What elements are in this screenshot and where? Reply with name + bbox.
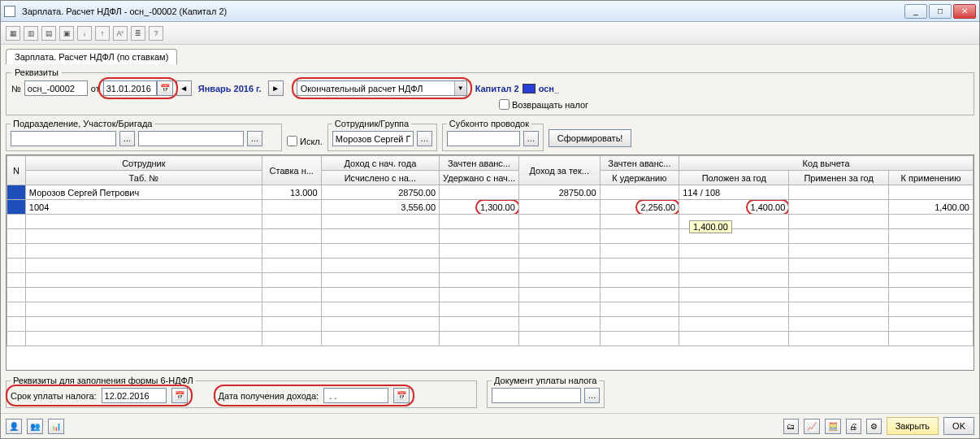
table-row[interactable]: Морозов Сергей Петрович 13.000 28750.00 … <box>7 185 973 200</box>
toolbar-btn-8[interactable]: ≣ <box>131 26 145 41</box>
bottom-icon-7[interactable]: 🖨 <box>846 419 861 434</box>
table-row[interactable] <box>7 317 973 332</box>
cell-dohod-tek[interactable]: 28750.00 <box>518 185 600 200</box>
tab-main[interactable]: Зарплата. Расчет НДФЛ (по ставкам) <box>6 49 177 64</box>
minimize-button[interactable]: _ <box>904 4 927 19</box>
cell-sotrudnik[interactable]: Морозов Сергей Петрович <box>25 185 262 200</box>
uchastok-pick-icon[interactable]: … <box>247 131 262 146</box>
cell-uderzhano[interactable]: 1,300.00 <box>440 200 519 215</box>
cell-kuderzh[interactable]: 2,256.00 <box>600 200 679 215</box>
bottom-icon-4[interactable]: 🗂 <box>783 419 799 434</box>
toolbar-btn-6[interactable]: ↑ <box>95 26 110 41</box>
cell-empty[interactable] <box>518 200 600 215</box>
sotrudnik-fieldset: Сотрудник/Группа … <box>327 119 437 151</box>
bottom-icon-1[interactable]: 👤 <box>6 419 22 434</box>
toolbar-btn-2[interactable]: ▥ <box>24 26 38 41</box>
table-row[interactable] <box>7 302 973 317</box>
build-button[interactable]: Сформировать! <box>549 129 632 147</box>
calc-type-input[interactable] <box>297 81 454 95</box>
number-input[interactable] <box>24 80 88 96</box>
return-tax-check[interactable] <box>499 99 510 110</box>
subkonto-input[interactable] <box>447 131 520 146</box>
podrazdelenie-input[interactable] <box>11 131 116 146</box>
toolbar-btn-4[interactable]: ▣ <box>59 26 74 41</box>
row-select[interactable] <box>7 185 26 200</box>
toolbar-btn-1[interactable]: ▦ <box>6 26 20 41</box>
table-row[interactable] <box>7 244 973 259</box>
return-tax-checkbox[interactable]: Возвращать налог <box>499 99 588 110</box>
col-tabno[interactable]: Таб. № <box>25 171 262 185</box>
col-dohod-tek[interactable]: Доход за тек... <box>518 156 600 185</box>
table-row[interactable] <box>7 215 973 229</box>
table-row[interactable] <box>7 288 973 302</box>
col-n[interactable]: N <box>7 156 26 185</box>
row-select[interactable] <box>7 200 26 215</box>
col-polozhen[interactable]: Положен за год <box>679 171 789 185</box>
bottom-icon-8[interactable]: ⚙ <box>866 419 882 434</box>
cell-polozhen[interactable]: 1,400.00 <box>679 200 789 215</box>
col-ischisleno[interactable]: Исчислено с на... <box>321 171 440 185</box>
date-picker-icon[interactable]: 📅 <box>157 80 173 96</box>
cell-stavka[interactable]: 13.000 <box>262 185 321 200</box>
date-input[interactable] <box>103 80 157 96</box>
col-zachten2[interactable]: Зачтен аванс... <box>600 156 679 171</box>
toolbar-btn-7[interactable]: Aˢ <box>113 26 128 41</box>
bottom-icon-6[interactable]: 🧮 <box>825 419 841 434</box>
doc-tax-pick-icon[interactable]: … <box>584 388 600 403</box>
cell-empty[interactable] <box>262 200 321 215</box>
maximize-button[interactable]: □ <box>929 4 952 19</box>
table-row[interactable] <box>7 332 973 346</box>
cell-tabno[interactable]: 1004 <box>25 200 262 215</box>
floating-edit-cell[interactable]: 1,400.00 <box>689 220 732 233</box>
table-row[interactable] <box>7 259 973 273</box>
podrazdelenie-pick-icon[interactable]: … <box>119 131 135 146</box>
dropdown-icon[interactable]: ▼ <box>454 81 466 95</box>
col-sotrudnik[interactable]: Сотрудник <box>25 156 262 171</box>
datapol-picker-icon[interactable]: 📅 <box>393 388 410 403</box>
col-zachten1[interactable]: Зачтен аванс... <box>440 156 519 171</box>
sotrudnik-pick-icon[interactable]: … <box>417 131 432 146</box>
srok-input[interactable] <box>102 388 167 403</box>
srok-picker-icon[interactable]: 📅 <box>171 388 188 403</box>
subkonto-pick-icon[interactable]: … <box>523 131 539 146</box>
col-uderzhano[interactable]: Удержано с нач... <box>440 171 519 185</box>
col-kod-vycheta[interactable]: Код вычета <box>679 156 973 171</box>
bottom-icon-3[interactable]: 📊 <box>48 419 64 434</box>
calc-type-combo[interactable]: ▼ <box>297 80 467 96</box>
period-next-icon[interactable]: ► <box>268 80 284 96</box>
cell-ischisleno[interactable]: 3,556.00 <box>321 200 440 215</box>
col-dohod-god[interactable]: Доход с нач. года <box>321 156 440 171</box>
cell-zachten1[interactable] <box>440 185 519 200</box>
bottom-icon-2[interactable]: 👥 <box>27 419 43 434</box>
col-kuderzh[interactable]: К удержанию <box>600 171 679 185</box>
cell-kod[interactable]: 114 / 108 <box>679 185 789 200</box>
toolbar-btn-5[interactable]: ↓ <box>77 26 92 41</box>
doc-tax-input[interactable] <box>492 388 581 403</box>
bottom-icon-5[interactable]: 📈 <box>804 419 820 434</box>
cell-primenen[interactable] <box>789 200 889 215</box>
cell-zachten2[interactable] <box>600 185 679 200</box>
iskl-check[interactable] <box>287 136 297 146</box>
cell-kprim[interactable] <box>889 185 973 200</box>
period-prev-icon[interactable]: ◄ <box>176 80 192 96</box>
col-stavka[interactable]: Ставка н... <box>262 156 321 185</box>
period-label: Январь 2016 г. <box>195 84 265 93</box>
close-window-button[interactable]: ✕ <box>953 4 976 19</box>
table-row[interactable] <box>7 229 973 244</box>
ok-button[interactable]: OK <box>943 417 974 435</box>
sotrudnik-input[interactable] <box>332 131 414 146</box>
cell-dohod-god[interactable]: 28750.00 <box>321 185 440 200</box>
table-row[interactable] <box>7 273 973 288</box>
grid[interactable]: N Сотрудник Ставка н... Доход с нач. год… <box>6 154 974 371</box>
close-button[interactable]: Закрыть <box>887 417 939 435</box>
col-primenen[interactable]: Применен за год <box>789 171 889 185</box>
toolbar-help-icon[interactable]: ? <box>149 26 163 41</box>
datapol-input[interactable] <box>323 388 388 403</box>
col-kprimeneniyu[interactable]: К применению <box>889 171 973 185</box>
toolbar-btn-3[interactable]: ▤ <box>41 26 56 41</box>
cell-kprimeneniyu[interactable]: 1,400.00 <box>889 200 973 215</box>
iskl-checkbox[interactable]: Искл. <box>287 136 323 146</box>
uchastok-input[interactable] <box>138 131 244 146</box>
cell-primenen[interactable] <box>789 185 889 200</box>
table-row[interactable]: 1004 3,556.00 1,300.00 2,256.00 1,400.00… <box>7 200 973 215</box>
